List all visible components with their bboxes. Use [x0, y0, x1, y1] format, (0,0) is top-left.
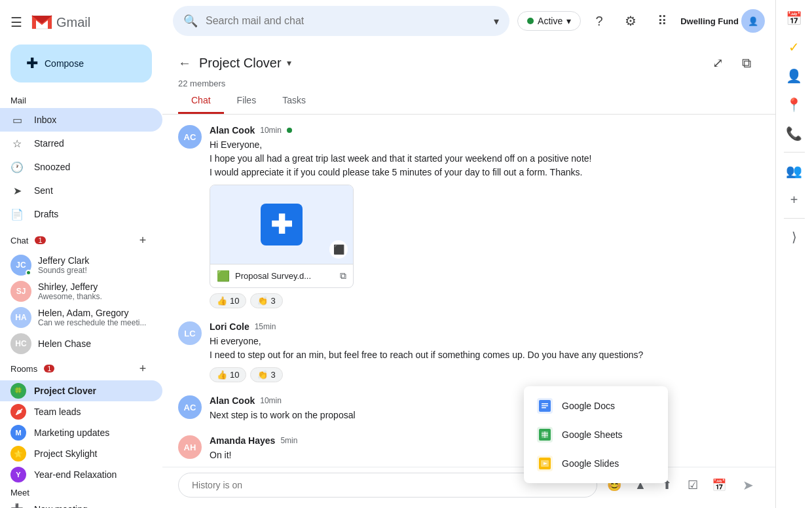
sidebar-header: ☰ Gmail	[0, 5, 162, 39]
file-info: 🟩 Proposal Survey.d... ⧉	[210, 264, 353, 287]
project-skylight-label: Project Skylight	[34, 448, 97, 459]
search-dropdown-icon[interactable]: ▾	[494, 15, 499, 27]
nav-item-sent[interactable]: ➤ Sent	[0, 179, 162, 202]
compose-button[interactable]: ✚ Compose	[10, 45, 152, 82]
message-2-header: Lori Cole 15min	[210, 321, 760, 332]
rooms-section-header[interactable]: Rooms 1 +	[0, 357, 162, 380]
search-bar[interactable]: 🔍 ▾	[173, 6, 509, 36]
chat-item-more[interactable]: HC Helen Chase	[0, 331, 162, 357]
topbar: 🔍 ▾ Active ▾ ? ⚙ ⠿ Dwelling Fund 👤	[162, 0, 775, 42]
marketing-label: Marketing updates	[34, 427, 109, 438]
apps-button[interactable]: ⠿	[649, 8, 675, 34]
chat-item-jeffery[interactable]: JC Jeffery Clark Sounds great!	[0, 252, 162, 278]
send-button[interactable]: ➤	[736, 473, 760, 497]
nav-item-starred[interactable]: ☆ Starred	[0, 132, 162, 155]
nav-section: ▭ Inbox ☆ Starred 🕐 Snoozed ➤ Sent 📄 Dra…	[0, 108, 162, 226]
chat-preview-jeffery: Sounds great!	[38, 266, 152, 275]
chat-item-shirley[interactable]: SJ Shirley, Jeffery Awesome, thanks.	[0, 278, 162, 304]
calendar-panel-icon[interactable]: 📅	[781, 5, 807, 31]
thumbsup-count-1: 10	[230, 296, 239, 306]
drafts-icon: 📄	[10, 208, 24, 221]
chat-section-header[interactable]: Chat 1 +	[0, 228, 162, 252]
room-item-marketing[interactable]: M Marketing updates	[0, 422, 162, 443]
room-item-year-end[interactable]: Y Year-end Relaxation	[0, 464, 162, 485]
rooms-add-button[interactable]: +	[134, 359, 152, 378]
sidebar: ☰ Gmail ✚ Compose Mail ▭ Inbox ☆ Starred…	[0, 0, 162, 508]
meet-panel-icon[interactable]: 📞	[781, 120, 807, 147]
meet-section-header[interactable]: Meet	[0, 485, 162, 500]
google-sheets-label: Google Sheets	[562, 429, 623, 440]
chat-item-helen[interactable]: HA Helen, Adam, Gregory Can we reschedul…	[0, 304, 162, 331]
nav-item-drafts[interactable]: 📄 Drafts	[0, 202, 162, 226]
panel-divider-2	[784, 218, 805, 219]
nav-item-snoozed[interactable]: 🕐 Snoozed	[0, 155, 162, 179]
thumbsup-reaction-2[interactable]: 👍 10	[210, 367, 246, 382]
room-dropdown-icon[interactable]: ▾	[287, 58, 291, 68]
google-docs-label: Google Docs	[562, 401, 615, 411]
maps-panel-icon[interactable]: 📍	[781, 92, 807, 118]
marketing-avatar: M	[10, 425, 26, 441]
online-indicator	[26, 270, 31, 276]
calendar-button[interactable]: 📅	[707, 473, 731, 497]
expand-panel-icon[interactable]: ⟩	[781, 224, 807, 250]
message-3-author: Alan Cook	[210, 395, 255, 406]
google-sheets-option[interactable]: Google Sheets	[524, 420, 668, 449]
back-button[interactable]: ←	[178, 56, 191, 71]
room-item-team-leads[interactable]: 🌶 Team leads	[0, 401, 162, 422]
tab-chat[interactable]: Chat	[178, 88, 224, 114]
chat-add-button[interactable]: +	[134, 231, 152, 249]
room-item-project-clover[interactable]: 🍀 Project Clover	[0, 380, 162, 401]
shirley-avatar: SJ	[10, 281, 31, 302]
inbox-icon: ▭	[10, 114, 24, 126]
google-docs-option[interactable]: Google Docs	[524, 391, 668, 420]
main-content: 🔍 ▾ Active ▾ ? ⚙ ⠿ Dwelling Fund 👤 ←	[162, 0, 775, 508]
tab-tasks[interactable]: Tasks	[269, 88, 319, 114]
tab-files[interactable]: Files	[224, 88, 270, 114]
room-item-project-skylight[interactable]: ⭐ Project Skylight	[0, 443, 162, 464]
mail-section-header[interactable]: Mail	[0, 93, 162, 108]
settings-button[interactable]: ⚙	[618, 8, 644, 34]
sent-label: Sent	[34, 185, 152, 196]
people-panel-icon[interactable]: 👥	[781, 158, 807, 184]
gmail-label: Gmail	[56, 15, 90, 30]
task-button[interactable]: ☑	[681, 473, 705, 497]
message-4-text: On it!	[210, 448, 760, 462]
chat-info-helen: Helen, Adam, Gregory Can we reschedule t…	[38, 308, 152, 327]
message-1-online	[287, 128, 292, 133]
hamburger-icon[interactable]: ☰	[10, 14, 22, 30]
clap-reaction-1[interactable]: 👏 3	[250, 293, 282, 308]
message-2-time: 15min	[255, 322, 276, 331]
file-preview: ✚ ⬛	[210, 185, 353, 264]
message-3: AC Alan Cook 10min Next step is to work …	[178, 395, 760, 422]
file-menu-button[interactable]: ⬛	[329, 240, 348, 259]
thumbsup-reaction-1[interactable]: 👍 10	[210, 293, 246, 308]
expand-button[interactable]: ⤢	[705, 50, 731, 76]
google-slides-option[interactable]: Google Slides	[524, 449, 668, 478]
user-avatar-button[interactable]: 👤	[741, 9, 765, 33]
brand-name: Dwelling Fund	[680, 16, 739, 26]
message-3-text: Next step is to work on the proposal	[210, 408, 760, 422]
open-external-button[interactable]: ⧉	[733, 50, 760, 76]
gmail-logo: Gmail	[30, 10, 90, 34]
nav-item-new-meeting[interactable]: ➕ New meeting	[0, 500, 162, 508]
new-meeting-icon: ➕	[10, 503, 24, 508]
clap-emoji-1: 👏	[257, 296, 268, 306]
google-sheets-icon	[537, 427, 553, 443]
nav-item-inbox[interactable]: ▭ Inbox	[0, 108, 162, 132]
active-status-button[interactable]: Active ▾	[517, 11, 581, 31]
tasks-panel-icon[interactable]: ✓	[781, 34, 807, 60]
file-card: ✚ ⬛ 🟩 Proposal Survey.d... ⧉	[210, 185, 354, 288]
rooms-section-label: Rooms	[10, 364, 37, 374]
contacts-panel-icon[interactable]: 👤	[781, 63, 807, 89]
add-panel-icon[interactable]: +	[781, 187, 807, 213]
help-button[interactable]: ?	[586, 8, 612, 34]
star-icon: ☆	[10, 137, 24, 150]
message-3-header: Alan Cook 10min	[210, 395, 760, 406]
chat-room-header: ← Project Clover ▾ ⤢ ⧉ 22 members Chat F…	[162, 42, 775, 115]
svg-rect-2	[542, 403, 548, 405]
thumbsup-count-2: 10	[230, 370, 239, 380]
file-open-button[interactable]: ⧉	[340, 270, 346, 281]
clap-reaction-2[interactable]: 👏 3	[250, 367, 282, 382]
search-input[interactable]	[206, 15, 486, 27]
drafts-label: Drafts	[34, 209, 152, 219]
